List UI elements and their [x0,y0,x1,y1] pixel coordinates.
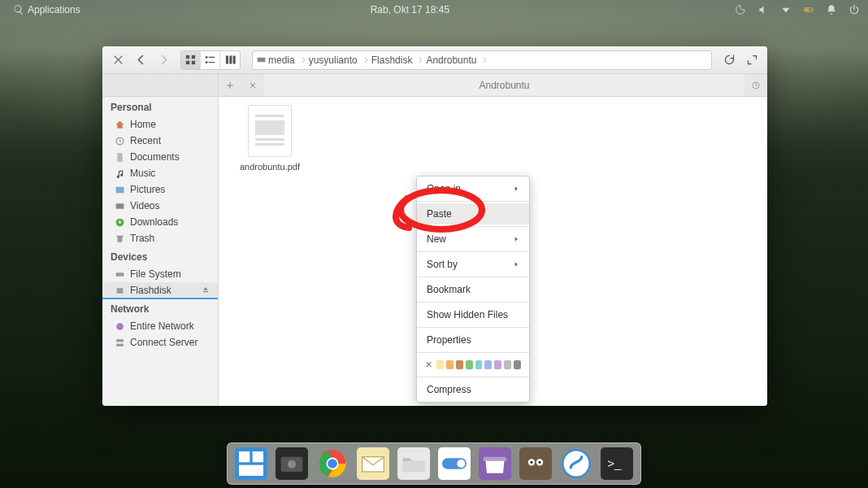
sidebar-item-trash[interactable]: Trash [102,230,218,246]
svg-rect-10 [209,62,215,63]
color-swatch[interactable] [466,360,473,369]
color-swatch[interactable] [456,360,463,369]
crumb-media[interactable]: media [268,54,309,66]
menu-show-hidden[interactable]: Show Hidden Files [417,304,529,325]
battery-icon[interactable] [803,4,814,15]
clock-icon [115,136,125,146]
color-swatch[interactable] [484,360,492,369]
drive-icon [256,54,267,65]
arrow-left-icon [135,54,147,66]
night-light-icon[interactable] [735,4,746,15]
eject-button[interactable] [202,285,210,296]
mail-icon [357,447,389,480]
svg-point-22 [116,323,124,330]
svg-rect-23 [116,339,124,342]
color-swatch[interactable] [504,360,511,369]
notifications-icon[interactable] [826,4,837,15]
svg-rect-13 [232,56,235,64]
sidebar-item-flashdisk[interactable]: Flashdisk [102,282,218,298]
color-swatch[interactable] [475,360,483,369]
power-icon[interactable] [848,4,860,15]
view-list-button[interactable] [201,51,220,69]
color-swatch[interactable] [446,360,454,369]
nav-forward-button[interactable] [153,50,174,71]
dock-terminal[interactable]: >_ [600,447,634,481]
crumb-current[interactable]: Androbuntu [426,54,490,66]
dock-mail[interactable] [356,447,390,481]
svg-rect-9 [206,61,208,63]
menu-open-in[interactable]: Open in [417,178,529,199]
dock: >_ [227,442,641,485]
view-mode-group [180,50,241,70]
color-swatch-row: ✕ [417,355,529,375]
menu-paste[interactable]: Paste [417,203,529,224]
svg-rect-29 [239,465,263,476]
menu-separator [417,201,529,202]
menu-separator [417,327,529,328]
menu-separator [417,352,529,353]
applications-menu[interactable]: Applications [13,4,80,15]
sidebar-item-documents[interactable]: Documents [102,149,218,165]
picture-icon [115,185,125,195]
color-swatch[interactable] [514,360,521,369]
view-icons-button[interactable] [181,51,201,69]
chrome-icon [316,447,349,480]
pdf-thumbnail-icon [248,105,292,157]
svg-point-47 [530,461,532,464]
dock-simplenote[interactable] [559,447,593,481]
svg-point-48 [538,461,540,464]
server-icon [115,338,125,348]
menu-separator [417,377,529,377]
sidebar-item-recent[interactable]: Recent [102,133,218,149]
plus-icon [225,81,235,90]
maximize-icon [746,54,758,66]
svg-rect-4 [192,55,195,59]
file-item[interactable]: androbuntu.pdf [233,105,306,172]
menu-properties[interactable]: Properties [417,329,529,351]
sidebar-item-music[interactable]: Music [102,165,218,181]
dock-appcenter[interactable] [478,447,512,481]
sidebar-item-downloads[interactable]: Downloads [102,214,218,230]
breadcrumb[interactable]: media yusyulianto Flashdisk Androbuntu [252,50,712,70]
sidebar-item-home[interactable]: Home [102,116,218,133]
volume-icon[interactable] [757,4,769,15]
chevron-right-icon [299,56,307,64]
close-tab-button[interactable] [241,74,264,96]
crumb-user[interactable]: yusyulianto [309,54,371,66]
sidebar-item-entire-network[interactable]: Entire Network [102,318,218,334]
close-window-button[interactable] [107,50,128,71]
color-swatch[interactable] [494,360,501,369]
svg-rect-6 [192,61,195,64]
dock-multitask[interactable] [234,447,268,481]
new-tab-button[interactable] [219,74,241,96]
tab-history-button[interactable] [744,74,767,96]
top-panel: Applications Rab, Okt 17 18:45 [0,0,868,20]
network-icon[interactable] [780,4,792,15]
sidebar-item-videos[interactable]: Videos [102,198,218,214]
menu-compress[interactable]: Compress [417,379,529,400]
crumb-flashdisk[interactable]: Flashdisk [371,54,427,66]
sidebar-item-pictures[interactable]: Pictures [102,181,218,198]
panel-clock[interactable]: Rab, Okt 17 18:45 [371,4,449,15]
menu-new[interactable]: New [417,229,529,250]
list-icon [204,54,216,66]
view-columns-button[interactable] [220,51,240,69]
dock-files[interactable] [397,447,431,481]
color-swatch[interactable] [436,360,444,369]
maximize-button[interactable] [741,50,762,71]
refresh-icon [723,54,736,66]
sidebar-item-connect-server[interactable]: Connect Server [102,334,218,351]
refresh-button[interactable] [718,50,740,71]
svg-rect-2 [805,9,809,11]
sidebar-item-filesystem[interactable]: File System [102,266,218,282]
swatch-clear[interactable]: ✕ [425,359,432,370]
dock-gimp[interactable] [519,447,553,481]
dock-settings[interactable] [437,447,471,481]
nav-back-button[interactable] [130,50,151,71]
tab-active[interactable]: Androbuntu [264,74,744,96]
menu-bookmark[interactable]: Bookmark [417,279,529,300]
menu-sort-by[interactable]: Sort by [417,254,529,275]
dock-chrome[interactable] [315,447,349,481]
submenu-arrow-icon [513,261,519,268]
dock-screenshot[interactable] [275,447,309,481]
